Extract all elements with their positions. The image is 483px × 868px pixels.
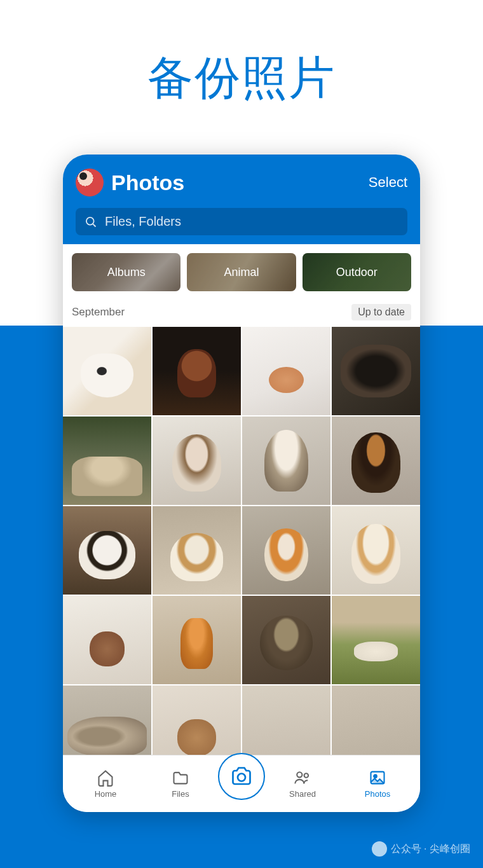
- nav-label: Files: [172, 789, 189, 799]
- svg-point-3: [297, 772, 302, 777]
- photo-thumbnail[interactable]: [242, 327, 330, 415]
- svg-line-1: [93, 224, 95, 226]
- watermark: 公众号 · 尖峰创圈: [372, 841, 470, 857]
- bottom-nav: Home Files Shared Photos: [63, 755, 420, 812]
- category-label: Albums: [107, 266, 146, 279]
- watermark-text: 公众号 · 尖峰创圈: [391, 843, 470, 856]
- svg-point-2: [238, 773, 245, 781]
- photo-thumbnail[interactable]: [63, 327, 151, 415]
- category-strip: Albums Animal Outdoor: [63, 244, 420, 299]
- month-row: September Up to date: [63, 299, 420, 327]
- photo-thumbnail[interactable]: [242, 417, 330, 505]
- photos-icon: [369, 769, 386, 787]
- wechat-icon: [372, 841, 387, 857]
- svg-point-4: [304, 773, 309, 778]
- photo-thumbnail[interactable]: [242, 506, 330, 595]
- folder-icon: [172, 769, 189, 787]
- nav-label: Shared: [289, 789, 316, 799]
- photo-thumbnail[interactable]: [63, 596, 151, 684]
- app-header: Photos Select: [63, 155, 420, 244]
- photo-thumbnail[interactable]: [153, 417, 241, 505]
- category-label: Outdoor: [336, 266, 378, 279]
- nav-label: Photos: [365, 789, 390, 799]
- search-bar[interactable]: [76, 208, 407, 235]
- status-badge: Up to date: [351, 304, 411, 320]
- category-albums[interactable]: Albums: [72, 253, 180, 291]
- svg-point-6: [374, 775, 377, 778]
- category-outdoor[interactable]: Outdoor: [303, 253, 411, 291]
- photo-thumbnail[interactable]: [63, 506, 151, 595]
- nav-photos[interactable]: Photos: [340, 769, 415, 799]
- header-left: Photos: [76, 169, 184, 196]
- marketing-headline: 备份照片: [0, 0, 483, 109]
- people-icon: [294, 769, 311, 787]
- photo-thumbnail[interactable]: [332, 327, 420, 415]
- photo-thumbnail[interactable]: [153, 327, 241, 415]
- camera-icon: [230, 765, 253, 788]
- nav-label: Home: [95, 789, 117, 799]
- photo-thumbnail[interactable]: [332, 417, 420, 505]
- photo-thumbnail[interactable]: [332, 506, 420, 595]
- nav-shared[interactable]: Shared: [265, 769, 340, 799]
- nav-files[interactable]: Files: [143, 769, 218, 799]
- header-top-row: Photos Select: [76, 169, 407, 196]
- month-label: September: [72, 306, 125, 319]
- select-button[interactable]: Select: [369, 174, 407, 191]
- photo-thumbnail[interactable]: [242, 596, 330, 684]
- phone-frame: Photos Select Albums Animal Outdoor Sept…: [63, 155, 420, 812]
- svg-point-0: [86, 217, 94, 224]
- camera-button[interactable]: [218, 753, 265, 800]
- category-animal[interactable]: Animal: [187, 253, 296, 291]
- avatar[interactable]: [76, 169, 104, 196]
- photo-thumbnail[interactable]: [153, 506, 241, 595]
- photo-thumbnail[interactable]: [332, 596, 420, 684]
- page-title: Photos: [111, 170, 184, 195]
- category-label: Animal: [224, 266, 259, 279]
- home-icon: [97, 769, 114, 787]
- search-input[interactable]: [105, 214, 398, 229]
- nav-home[interactable]: Home: [68, 769, 143, 799]
- photo-thumbnail[interactable]: [153, 596, 241, 684]
- photo-thumbnail[interactable]: [63, 417, 151, 505]
- photo-grid: [63, 327, 420, 774]
- search-icon: [85, 216, 97, 228]
